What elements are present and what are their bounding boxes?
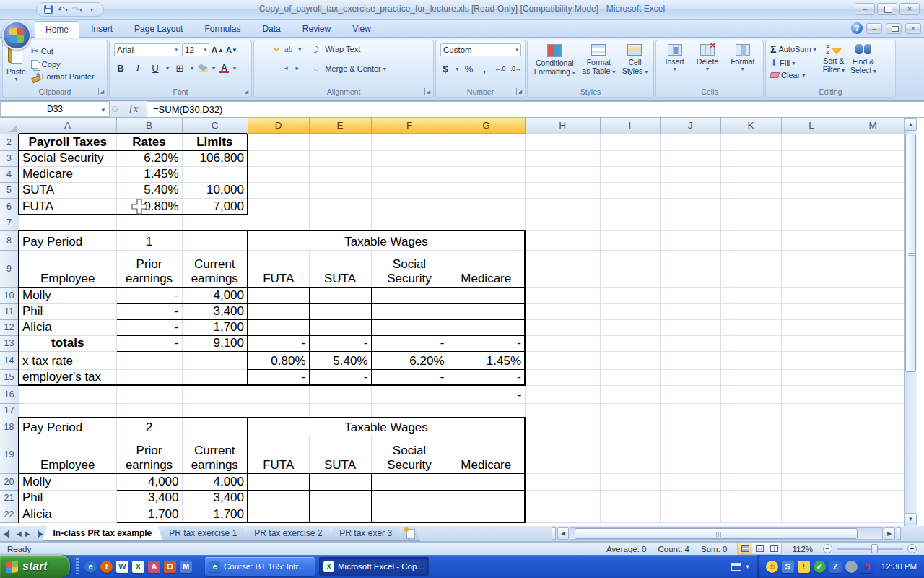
cell-B5[interactable]: 5.40%: [116, 182, 182, 198]
cell-J4[interactable]: [660, 166, 720, 182]
increase-decimal-button[interactable]: ←.0: [494, 63, 505, 74]
cell-B12[interactable]: -: [116, 319, 182, 335]
excel-icon[interactable]: X: [132, 561, 144, 573]
cell-G5[interactable]: [448, 182, 525, 198]
row-header-7[interactable]: 7: [0, 215, 19, 230]
row-header-9[interactable]: 9: [0, 250, 19, 287]
cell-B20[interactable]: 4,000: [116, 473, 182, 490]
cell-F15[interactable]: -: [371, 369, 448, 385]
cell-K21[interactable]: [720, 490, 781, 506]
cell-K4[interactable]: [720, 166, 781, 182]
start-button[interactable]: start: [0, 555, 70, 578]
cell-E19[interactable]: SUTA: [309, 436, 371, 473]
cell-F6[interactable]: [371, 198, 448, 215]
cell-F19[interactable]: Social Security: [371, 436, 448, 473]
cell-A20[interactable]: Molly: [19, 473, 116, 490]
cell-A4[interactable]: Medicare: [19, 166, 116, 182]
cell-H10[interactable]: [525, 287, 600, 303]
comma-style-button[interactable]: ,: [479, 63, 489, 74]
col-header-B[interactable]: B: [116, 118, 182, 134]
col-header-I[interactable]: I: [600, 118, 660, 134]
tab-insert[interactable]: Insert: [81, 21, 123, 38]
cell-H4[interactable]: [525, 166, 600, 182]
cell-J10[interactable]: [660, 287, 720, 303]
close-button[interactable]: ×: [899, 3, 920, 15]
cell-M22[interactable]: [842, 506, 904, 522]
cell-K22[interactable]: [720, 506, 781, 522]
cell-B17[interactable]: [116, 403, 182, 418]
cell-B11[interactable]: -: [116, 303, 182, 319]
cell-I12[interactable]: [600, 319, 660, 335]
cell-K3[interactable]: [720, 150, 781, 166]
cell-C10[interactable]: 4,000: [182, 287, 248, 303]
format-painter-button[interactable]: Format Painter: [30, 72, 96, 82]
cell-C2[interactable]: Limits: [182, 134, 248, 150]
cell-F9[interactable]: Social Security: [371, 250, 448, 287]
cell-B15[interactable]: [116, 369, 182, 385]
restore-button[interactable]: [877, 3, 897, 15]
cell-H22[interactable]: [525, 506, 600, 522]
col-header-L[interactable]: L: [781, 118, 842, 134]
cell-H2[interactable]: [525, 134, 600, 150]
cell-A18[interactable]: Pay Period: [19, 418, 116, 436]
cell-M3[interactable]: [842, 150, 904, 166]
cell-L10[interactable]: [781, 287, 842, 303]
cell-L8[interactable]: [781, 230, 842, 250]
cell-G6[interactable]: [448, 198, 525, 215]
cell-H16[interactable]: [525, 385, 600, 403]
messenger-app-icon[interactable]: M: [180, 561, 192, 573]
cell-L19[interactable]: [781, 436, 842, 473]
scroll-down-icon[interactable]: ▼: [905, 513, 917, 525]
cell-F21[interactable]: [371, 490, 448, 506]
cell-M14[interactable]: [842, 351, 904, 369]
cell-A14[interactable]: x tax rate: [19, 351, 116, 369]
cell-J17[interactable]: [660, 403, 720, 418]
cell-L15[interactable]: [781, 369, 842, 385]
vertical-scrollbar[interactable]: ▲ ▼: [904, 118, 917, 526]
cell-J18[interactable]: [660, 418, 720, 436]
cell-B3[interactable]: 6.20%: [116, 150, 182, 166]
insert-function-button[interactable]: ƒx: [120, 101, 147, 117]
cell-M20[interactable]: [842, 473, 904, 490]
cell-I17[interactable]: [600, 403, 660, 418]
page-layout-view-button[interactable]: [752, 543, 767, 554]
norton-icon[interactable]: N: [861, 561, 873, 573]
tab-split-handle[interactable]: [552, 527, 556, 540]
cell-D17[interactable]: [248, 403, 309, 418]
cell-B9[interactable]: Prior earnings: [116, 250, 182, 287]
clear-button[interactable]: Clear▾: [769, 70, 818, 80]
horizontal-scrollbar[interactable]: ◀ ▶: [550, 527, 902, 540]
cell-B13[interactable]: -: [116, 335, 182, 351]
cell-M4[interactable]: [842, 166, 904, 182]
row-header-13[interactable]: 13: [0, 335, 19, 351]
cell-K9[interactable]: [720, 250, 781, 287]
cell-H7[interactable]: [525, 215, 600, 230]
cell-D11[interactable]: [248, 303, 309, 319]
alignment-dialog-launcher[interactable]: ◢: [424, 88, 432, 95]
cell-E17[interactable]: [309, 403, 371, 418]
cell-M17[interactable]: [842, 403, 904, 418]
row-header-4[interactable]: 4: [0, 166, 19, 182]
format-cells-button[interactable]: Format▾: [730, 43, 755, 74]
row-header-15[interactable]: 15: [0, 369, 19, 385]
cell-M10[interactable]: [842, 287, 904, 303]
cell-K11[interactable]: [720, 303, 781, 319]
row-header-2[interactable]: 2: [0, 134, 19, 150]
cell-J22[interactable]: [660, 506, 720, 522]
cell-K18[interactable]: [720, 418, 781, 436]
language-bar-icon[interactable]: [731, 563, 741, 571]
formula-bar-handle[interactable]: [110, 101, 120, 117]
cell-C9[interactable]: Current earnings: [182, 250, 248, 287]
cell-M5[interactable]: [842, 182, 904, 198]
cell-J9[interactable]: [660, 250, 720, 287]
cell-F3[interactable]: [371, 150, 448, 166]
cut-button[interactable]: ✂Cut: [30, 45, 96, 57]
col-header-K[interactable]: K: [720, 118, 781, 134]
scroll-left-icon[interactable]: ◀: [557, 527, 569, 540]
cell-M2[interactable]: [842, 134, 904, 150]
col-header-M[interactable]: M: [842, 118, 904, 134]
cell-L11[interactable]: [781, 303, 842, 319]
access-key-icon[interactable]: A: [148, 561, 160, 573]
cell-K8[interactable]: [720, 230, 781, 250]
col-header-E[interactable]: E: [309, 118, 371, 134]
